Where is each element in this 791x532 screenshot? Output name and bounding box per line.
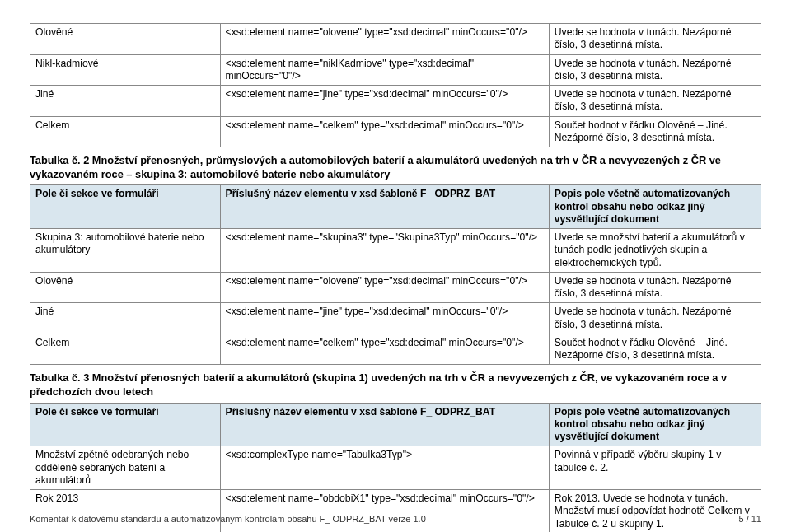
table-row: Množství zpětně odebraných nebo odděleně… (30, 446, 761, 490)
cell-field: Jiné (30, 303, 221, 334)
cell-desc: Uvede se hodnota v tunách. Nezáporné čís… (549, 54, 761, 86)
cell-element: <xsd:complexType name="Tabulka3Typ"> (220, 446, 549, 490)
footer-page: 5 / 11 (738, 514, 761, 524)
cell-desc: Povinná v případě výběru skupiny 1 v tab… (549, 446, 761, 490)
cell-desc: Rok 2013. Uvede se hodnota v tunách. Mno… (549, 490, 761, 533)
cell-element: <xsd:element name="niklKadmiove" type="x… (220, 54, 549, 86)
table-header-row: Pole či sekce ve formuláři Příslušný náz… (30, 185, 761, 229)
cell-desc: Součet hodnot v řádku Olověné – Jiné. Ne… (549, 334, 761, 365)
cell-element: <xsd:element name="jine" type="xsd:decim… (220, 86, 549, 117)
table1-tail: Olověné <xsd:element name="olovene" type… (30, 23, 761, 147)
cell-field: Olověné (30, 24, 221, 55)
table-row: Celkem <xsd:element name="celkem" type="… (30, 116, 761, 147)
cell-field: Nikl-kadmiové (30, 54, 221, 86)
table-row: Skupina 3: automobilové baterie nebo aku… (30, 229, 761, 273)
footer-left: Komentář k datovému standardu a automati… (30, 514, 426, 524)
th-field: Pole či sekce ve formuláři (30, 403, 221, 446)
th-element: Příslušný název elementu v xsd šabloně F… (220, 403, 549, 446)
page-footer: Komentář k datovému standardu a automati… (30, 514, 761, 524)
table-row: Rok 2013 <xsd:element name="obdobiX1" ty… (30, 490, 761, 533)
table-row: Jiné <xsd:element name="jine" type="xsd:… (30, 303, 761, 334)
section2-title: Tabulka č. 2 Množství přenosných, průmys… (30, 154, 761, 181)
th-desc: Popis pole včetně automatizovaných kontr… (549, 403, 761, 446)
cell-field: Rok 2013 (30, 490, 221, 533)
cell-element: <xsd:element name="jine" type="xsd:decim… (220, 303, 549, 334)
cell-element: <xsd:element name="celkem" type="xsd:dec… (220, 116, 549, 147)
cell-field: Skupina 3: automobilové baterie nebo aku… (30, 229, 221, 273)
table2: Pole či sekce ve formuláři Příslušný náz… (30, 184, 761, 365)
th-desc: Popis pole včetně automatizovaných kontr… (549, 185, 761, 229)
th-field: Pole či sekce ve formuláři (30, 185, 221, 229)
table-row: Nikl-kadmiové <xsd:element name="niklKad… (30, 54, 761, 86)
cell-desc: Součet hodnot v řádku Olověné – Jiné. Ne… (549, 116, 761, 147)
cell-field: Množství zpětně odebraných nebo odděleně… (30, 446, 221, 490)
cell-field: Jiné (30, 86, 221, 117)
th-element: Příslušný název elementu v xsd šabloně F… (220, 185, 549, 229)
cell-element: <xsd:element name="olovene" type="xsd:de… (220, 272, 549, 303)
cell-element: <xsd:element name="obdobiX1" type="xsd:d… (220, 490, 549, 533)
section3-title: Tabulka č. 3 Množství přenosných baterií… (30, 371, 761, 399)
table3: Pole či sekce ve formuláři Příslušný náz… (30, 403, 761, 533)
cell-desc: Uvede se množství baterií a akumulátorů … (549, 229, 761, 273)
cell-element: <xsd:element name="skupina3" type="Skupi… (220, 229, 549, 273)
cell-desc: Uvede se hodnota v tunách. Nezáporné čís… (549, 24, 761, 55)
cell-field: Olověné (30, 272, 221, 303)
cell-element: <xsd:element name="olovene" type="xsd:de… (220, 24, 549, 55)
cell-desc: Uvede se hodnota v tunách. Nezáporné čís… (549, 272, 761, 303)
table-row: Olověné <xsd:element name="olovene" type… (30, 272, 761, 303)
cell-element: <xsd:element name="celkem" type="xsd:dec… (220, 334, 549, 365)
cell-field: Celkem (30, 334, 221, 365)
cell-desc: Uvede se hodnota v tunách. Nezáporné čís… (549, 86, 761, 117)
table-header-row: Pole či sekce ve formuláři Příslušný náz… (30, 403, 761, 446)
table-row: Olověné <xsd:element name="olovene" type… (30, 24, 761, 55)
table-row: Jiné <xsd:element name="jine" type="xsd:… (30, 86, 761, 117)
table-row: Celkem <xsd:element name="celkem" type="… (30, 334, 761, 365)
cell-field: Celkem (30, 116, 221, 147)
cell-desc: Uvede se hodnota v tunách. Nezáporné čís… (549, 303, 761, 334)
